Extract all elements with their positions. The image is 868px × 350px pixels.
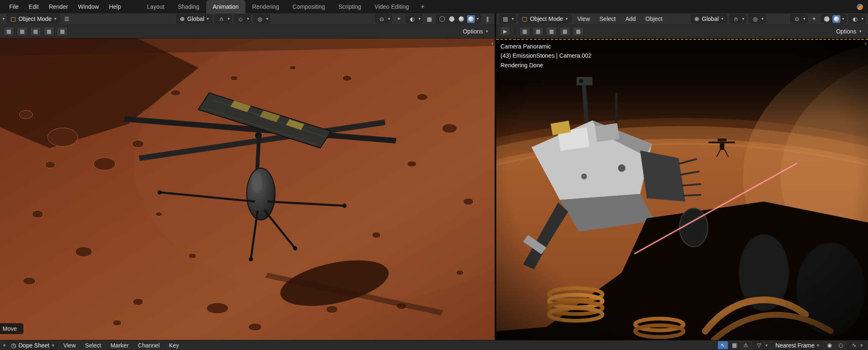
menu-view[interactable]: View: [59, 341, 79, 350]
scene-info-label: (43) EmissionStones | Camera.002: [500, 51, 592, 60]
options-dropdown[interactable]: Options ▾: [460, 27, 491, 36]
shading-wireframe-button[interactable]: [438, 15, 446, 23]
tool-toggle-1[interactable]: ▦: [3, 27, 14, 36]
tool-toggle-2[interactable]: ▦: [17, 27, 28, 36]
tab-rendering[interactable]: Rendering: [245, 0, 286, 13]
menu-channel[interactable]: Channel: [134, 341, 163, 350]
transform-orientation-select[interactable]: ⊕ Global ▾: [691, 14, 727, 23]
filter-dropdown-icon[interactable]: ▾: [766, 343, 768, 347]
ghost-toggle-button[interactable]: ▦: [730, 341, 739, 350]
tab-shading[interactable]: Shading: [171, 0, 206, 13]
snap-target-button[interactable]: ◇: [236, 14, 245, 23]
menu-object[interactable]: Object: [642, 14, 666, 23]
warning-icon[interactable]: ⚠: [741, 341, 751, 350]
gizmo-toggle-button[interactable]: ⌖: [394, 14, 403, 23]
notification-icon[interactable]: [857, 4, 863, 10]
menu-select[interactable]: Select: [81, 341, 105, 350]
keyframe-clear-button[interactable]: ○: [836, 341, 845, 350]
snap-target-dropdown-icon[interactable]: ▾: [247, 17, 249, 21]
snap-magnet-button[interactable]: ∩: [731, 14, 740, 23]
overlays-dropdown-icon[interactable]: ▾: [861, 17, 863, 21]
sidebar-toggle-arrow-icon[interactable]: ‹: [865, 40, 867, 46]
menu-select[interactable]: Select: [596, 14, 620, 23]
shading-dropdown-icon[interactable]: ▾: [842, 17, 844, 21]
tool-toggle-4[interactable]: ▦: [43, 27, 54, 36]
shading-solid-button[interactable]: [823, 15, 831, 23]
visibility-eye-icon[interactable]: ⊙: [792, 14, 802, 23]
options-label: Options: [836, 28, 856, 35]
mode-select[interactable]: ▢ Object Mode ▾: [518, 14, 572, 23]
editor-type-icon[interactable]: ▤: [501, 14, 510, 23]
snap-magnet-button[interactable]: ∩: [217, 14, 226, 23]
sidebar-toggle-arrow-icon[interactable]: ‹: [491, 40, 493, 46]
shading-rendered-button[interactable]: [832, 15, 840, 23]
shading-rendered-button[interactable]: [467, 15, 475, 23]
editor-corner-chevron-icon[interactable]: ▾: [3, 343, 5, 347]
tab-video-editing[interactable]: Video Editing: [368, 0, 416, 13]
editor-type-select[interactable]: ◷ Dope Sheet ▾: [7, 341, 58, 350]
mode-label: Object Mode: [18, 15, 51, 22]
visibility-eye-icon[interactable]: ⊙: [377, 14, 386, 23]
mode-select[interactable]: ▢ Object Mode ▾: [7, 14, 60, 23]
interpolation-button[interactable]: ∿: [850, 341, 859, 350]
visibility-dropdown-icon[interactable]: ▾: [388, 17, 390, 21]
left-viewport-canvas[interactable]: [0, 38, 495, 340]
chevron-down-icon: ▾: [817, 343, 819, 347]
menu-help[interactable]: Help: [104, 1, 126, 12]
editor-corner-chevron-icon[interactable]: ▾: [3, 17, 5, 21]
shading-solid-button[interactable]: [448, 15, 456, 23]
collapsed-menus-button[interactable]: ☰: [62, 14, 71, 23]
tab-scripting[interactable]: Scripting: [332, 0, 368, 13]
snap-mode-label: Nearest Frame: [776, 342, 814, 349]
snap-mode-select[interactable]: Nearest Frame ▾: [772, 341, 823, 350]
tool-toggle-3[interactable]: ▦: [546, 27, 557, 36]
tool-toggle-4[interactable]: ▦: [559, 27, 570, 36]
menu-marker[interactable]: Marker: [107, 341, 133, 350]
menu-key[interactable]: Key: [165, 341, 183, 350]
orientation-label: Global: [187, 15, 204, 22]
add-workspace-button[interactable]: +: [416, 0, 429, 13]
tab-layout[interactable]: Layout: [140, 0, 171, 13]
overlays-toggle-button[interactable]: ◐: [850, 14, 860, 23]
menu-file[interactable]: File: [4, 1, 24, 12]
interpolation-dropdown-icon[interactable]: ▾: [860, 343, 863, 347]
menu-edit[interactable]: Edit: [24, 1, 44, 12]
tab-compositing[interactable]: Compositing: [286, 0, 332, 13]
keyframe-insert-button[interactable]: ◉: [825, 341, 834, 350]
workspace-tabs: Layout Shading Animation Rendering Compo…: [140, 0, 429, 13]
gizmo-toggle-button[interactable]: ⌖: [809, 14, 819, 23]
proportional-dropdown-icon[interactable]: ▾: [266, 17, 268, 21]
tool-toggle-5[interactable]: ▦: [57, 27, 68, 36]
proportional-dropdown-icon[interactable]: ▾: [761, 17, 763, 21]
transform-orientation-select[interactable]: ⊕ Global ▾: [176, 14, 212, 23]
menu-view[interactable]: View: [574, 14, 594, 23]
chevron-down-icon: ▾: [54, 17, 56, 21]
pause-render-button[interactable]: ‖: [483, 14, 492, 23]
options-dropdown[interactable]: Options ▾: [833, 27, 865, 36]
overlays-toggle-button[interactable]: ◐: [408, 14, 417, 23]
tool-toggle-5[interactable]: ▦: [573, 27, 584, 36]
proportional-editing-button[interactable]: ◎: [751, 14, 760, 23]
menu-render[interactable]: Render: [44, 1, 73, 12]
overlays-dropdown-icon[interactable]: ▾: [419, 17, 421, 21]
tab-animation[interactable]: Animation: [206, 0, 245, 13]
shading-dropdown-icon[interactable]: ▾: [477, 17, 479, 21]
menu-add[interactable]: Add: [622, 14, 640, 23]
chevron-down-icon: ▾: [721, 17, 723, 21]
visibility-dropdown-icon[interactable]: ▾: [803, 17, 805, 21]
xray-toggle-button[interactable]: ▩: [425, 14, 434, 23]
tool-toggle-2[interactable]: ▦: [533, 27, 544, 36]
tool-toggle-1[interactable]: ▦: [519, 27, 530, 36]
snap-dropdown-icon[interactable]: ▾: [742, 17, 744, 21]
proportional-editing-button[interactable]: ◎: [255, 14, 264, 23]
editor-type-dropdown-icon[interactable]: ▾: [512, 17, 514, 21]
right-viewport-canvas[interactable]: [496, 38, 868, 340]
active-tool-button[interactable]: ▶: [500, 27, 511, 36]
active-tool-button[interactable]: ↖: [718, 341, 728, 349]
menu-window[interactable]: Window: [73, 1, 104, 12]
filter-button[interactable]: ▽: [755, 341, 764, 350]
tool-toggle-3[interactable]: ▦: [30, 27, 41, 36]
shading-material-button[interactable]: [457, 15, 465, 23]
snap-dropdown-icon[interactable]: ▾: [227, 17, 230, 21]
right-viewport-header: ▤ ▾ ▢ Object Mode ▾ View Select Add Obje…: [496, 13, 868, 25]
